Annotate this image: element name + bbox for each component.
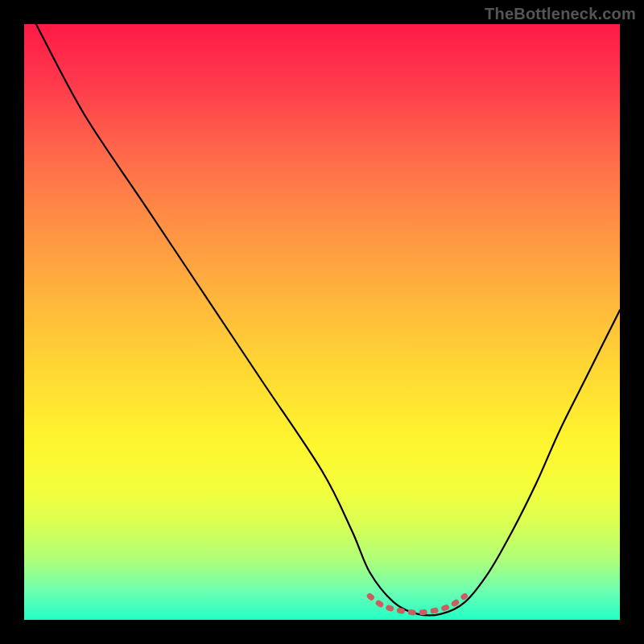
plot-area	[24, 24, 620, 620]
chart-frame: TheBottleneck.com	[0, 0, 644, 644]
curve-layer	[24, 24, 620, 620]
bottleneck-curve	[36, 24, 620, 615]
watermark-text: TheBottleneck.com	[485, 5, 636, 23]
